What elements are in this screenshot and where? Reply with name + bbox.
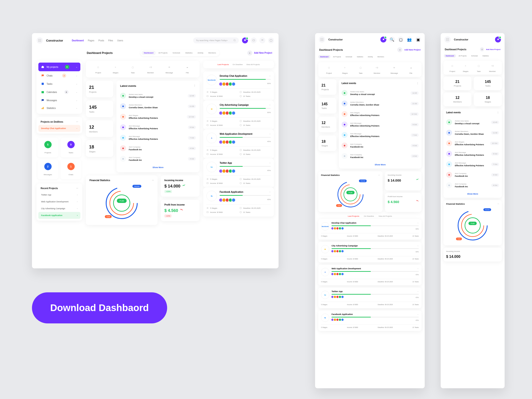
project-card[interactable]: tw Twitter App··· .projbar[style*='45%']… [203,158,274,188]
event-icon: ● [120,124,126,130]
recent-item[interactable]: City Advertising Campaign› [38,205,80,212]
add-new-project-button[interactable]: + Add New Project [247,51,272,56]
sidebar-my-projects[interactable]: My projects 9 ⌄ [38,63,80,71]
svg-point-29 [240,149,241,151]
image-icon[interactable]: ▣ [415,37,421,43]
svg-point-22 [114,195,130,211]
apps-icon[interactable] [444,36,451,43]
tab-on-deadline[interactable]: On Deadline [232,63,242,66]
recent-item[interactable]: Twitter App› [38,191,80,198]
tab-schedule[interactable]: Schedule [170,51,183,55]
tool-message[interactable]: ✉Message [165,64,173,74]
tool-task[interactable]: ◯Task [130,64,135,74]
project-card[interactable]: A Web Application Development··· .projba… [203,129,274,158]
sidebar-messages[interactable]: Messages⌄ [38,96,80,104]
deadline-item[interactable]: Develop Chat Application→ [38,125,80,132]
download-dashboard-button[interactable]: Download Dashbaord [32,292,167,323]
tab-statistics[interactable]: Statistics [183,51,195,55]
more-icon[interactable]: ⋮ [193,84,196,87]
tab-members[interactable]: Members [206,51,218,55]
tab-dashboard[interactable]: Dashboard [142,51,156,55]
image-icon[interactable] [268,38,274,43]
bell-icon[interactable] [380,37,386,43]
event-row[interactable]: ● Add CompanyFacebook Inc 4 Oct [446,170,499,180]
svg-point-12 [262,40,262,40]
tab-all-projects[interactable]: All Projects [156,51,170,55]
recent-item[interactable]: Web Application Development› [38,198,80,205]
nav-files[interactable]: Files [108,39,113,42]
bell-icon[interactable] [242,38,248,43]
project-card[interactable]: A Web Application Development··· .projba… [318,265,422,285]
search-icon[interactable]: 🔍 [389,37,395,43]
event-row[interactable]: ● Added new tasksDevelop a visual concep… [342,88,419,98]
event-row[interactable]: ● Add CompanyFacebook Inc 4 Oct [342,140,419,151]
svg-rect-46 [323,40,323,41]
tab-view-all[interactable]: View All Projects [246,63,260,66]
box-tasks[interactable]: 9Tasks [61,138,81,157]
search-placeholder: Try searching «New Pages Today» [196,39,232,42]
event-row[interactable]: ● Add CompanyFacebook Inc 4 Oct [342,151,419,161]
sidebar-chats[interactable]: Chats 2 ⌄ [38,71,80,80]
apps-icon[interactable] [319,36,325,43]
event-row[interactable]: ● Added new tasksDevelop a visual concep… [120,90,196,101]
event-icon: ● [120,114,126,120]
tab-activity[interactable]: Activity [195,51,205,55]
sidebar-calendars[interactable]: Calendars 6 ⌄ [38,88,80,96]
users-icon[interactable] [259,38,265,43]
sidebar-statistics[interactable]: Statistics⌄ [38,104,80,112]
event-row[interactable]: ● Add MessageEffective Advertising Point… [120,122,196,133]
tab-last-projects[interactable]: Last Projects [217,63,229,66]
box-projects[interactable]: 5Projects [38,138,58,157]
bell-icon[interactable] [495,37,501,43]
event-row[interactable]: ● Added MembersCornelia Owen, Gordon Sha… [120,101,196,111]
sidebar-tasks[interactable]: Tasks⌄ [38,80,80,88]
tool-file[interactable]: ☁File [184,64,190,74]
project-card[interactable]: fb Facebook Application··· .projbar[styl… [203,188,274,216]
event-row[interactable]: ● Add CompanyFacebook Inc 4 Oct [120,153,196,164]
search-input[interactable]: Try searching «New Pages Today» [193,38,239,43]
svg-rect-40 [323,38,323,38]
project-card[interactable]: tw Twitter App··· .projbar::after{width:… [318,288,422,308]
box-messages[interactable]: 2Messages [38,160,58,179]
recent-item-active[interactable]: Facebook Application› [38,212,80,219]
project-card[interactable]: facebook Develop Chat Application··· .pr… [318,219,422,240]
event-row[interactable]: ● Add CompanyFacebook Inc 4 Oct [446,180,499,190]
apps-icon[interactable] [37,37,43,44]
event-row[interactable]: ● Added new tasksDevelop a visual concep… [446,117,499,127]
nav-pages[interactable]: Pages [88,39,94,42]
sidebar: My projects 9 ⌄ Chats 2 ⌄ Tasks⌄ Calenda… [37,61,82,225]
nav-posts[interactable]: Posts [98,39,104,42]
project-card[interactable]: fb Facebook Application··· .projbar::aft… [318,310,422,331]
box-chats[interactable]: 1Chats [61,160,81,179]
event-row[interactable]: ● Add MessageEffective Advertising Point… [446,148,499,159]
event-row[interactable]: ● Added MembersCornelia Owen, Gordon Sha… [342,98,419,109]
project-card[interactable]: M City Advertising Campaign··· .projbar:… [318,242,422,262]
svg-rect-42 [322,39,322,40]
svg-rect-14 [270,39,272,42]
tool-member[interactable]: +유Member [147,64,154,74]
svg-rect-54 [447,39,448,40]
chat-icon[interactable]: ▢ [398,37,404,43]
add-new-project-button[interactable]: +Add New Project [397,47,421,52]
mobile-screenshot: Constructor Dashboard Projects +Add New … [441,33,505,388]
nav-users[interactable]: Users [117,39,123,42]
svg-rect-11 [253,40,255,41]
event-row[interactable]: ● Add StagesEffective Advertising Pointe… [120,111,196,122]
project-card[interactable]: facebook Develop Chat Application··· .pr… [203,71,274,101]
show-more-button[interactable]: Show More [120,164,196,169]
event-row[interactable]: ● Add MessageEffective Advertising Point… [342,119,419,130]
chat-icon[interactable] [251,38,257,43]
event-row[interactable]: ● Add MessageEffective Advertising Point… [342,130,419,140]
svg-rect-36 [207,212,209,213]
nav-dashboard[interactable]: Dashboard [72,39,83,42]
event-row[interactable]: ● Add MessageEffective Advertising Point… [446,159,499,170]
event-row[interactable]: ● Add StagesEffective Advertising Pointe… [446,138,499,148]
event-row[interactable]: ● Added MembersCornelia Owen, Gordon Sha… [446,127,499,138]
tool-project[interactable]: ▢Project [95,64,101,74]
project-card[interactable]: M City Advertising Campaign··· .projbar[… [203,101,274,129]
event-row[interactable]: ● Add CompanyFacebook Inc 4 Oct [120,143,196,153]
event-row[interactable]: ● Add StagesEffective Advertising Pointe… [342,109,419,119]
event-row[interactable]: ● Add MessageEffective Advertising Point… [120,133,196,143]
users-icon[interactable]: 👥 [406,37,412,43]
tool-stages[interactable]: ≡Stages [113,64,119,74]
